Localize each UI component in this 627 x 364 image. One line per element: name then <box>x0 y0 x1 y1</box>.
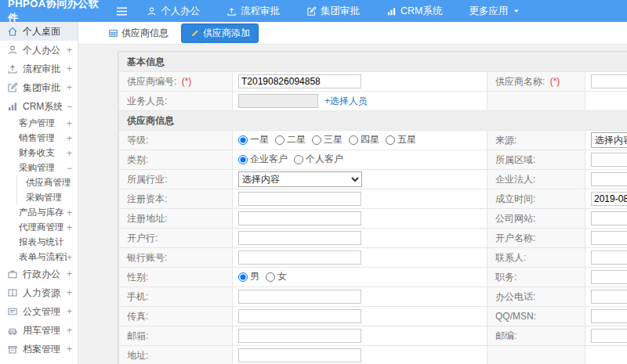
office-phone-cell <box>585 287 627 307</box>
level-radio-五星[interactable]: 五星 <box>386 133 416 146</box>
topbar-nav-item[interactable]: CRM系统 <box>373 0 455 22</box>
expand-toggle-icon[interactable]: + <box>67 287 72 298</box>
bank-input[interactable] <box>238 231 361 245</box>
topbar-nav-item[interactable]: 更多应用 <box>455 0 535 22</box>
category-radio-input[interactable] <box>294 155 303 164</box>
sidebar-item-人力资源[interactable]: 人力资源+ <box>0 283 78 302</box>
sidebar-item-表单与流程设置[interactable]: 表单与流程设置+ <box>0 250 78 265</box>
qq-msn-input[interactable] <box>591 309 627 323</box>
sidebar-item-采购管理[interactable]: 采购管理 <box>0 190 78 205</box>
topbar-nav-item[interactable]: 集团审批 <box>293 0 373 22</box>
contact-person-input[interactable] <box>591 250 627 265</box>
gender-radio-input[interactable] <box>266 272 275 282</box>
level-radio-input[interactable] <box>275 135 285 145</box>
bank-cell <box>233 229 487 248</box>
sidebar-item-报表与统计[interactable]: 报表与统计 <box>0 235 78 250</box>
legal-person-input[interactable] <box>591 172 627 186</box>
category-radio-input[interactable] <box>238 155 248 164</box>
region-input[interactable] <box>591 153 627 167</box>
form-row: 注册资本:成立时间: <box>119 189 627 209</box>
gender-radio-女[interactable]: 女 <box>266 270 287 283</box>
choose-person-link[interactable]: +选择人员 <box>324 96 368 106</box>
fax-input[interactable] <box>238 309 361 323</box>
account-name-input[interactable] <box>591 231 627 245</box>
sidebar-item-代理商管理[interactable]: 代理商管理+ <box>0 220 78 235</box>
expand-toggle-icon[interactable]: − <box>67 101 72 112</box>
sidebar-item-集团审批[interactable]: 集团审批+ <box>0 78 78 97</box>
expand-toggle-icon[interactable]: + <box>67 268 72 279</box>
sidebar-item-label: 产品与库存 <box>19 207 67 218</box>
expand-toggle-icon[interactable]: + <box>67 344 72 355</box>
radio-label: 三星 <box>324 133 342 146</box>
hamburger-icon[interactable] <box>110 6 133 16</box>
category-radio-个人客户[interactable]: 个人客户 <box>294 153 343 166</box>
email-input[interactable] <box>238 329 361 343</box>
registered-address-input[interactable] <box>238 211 361 225</box>
gender-radio-input[interactable] <box>238 272 248 282</box>
expand-toggle-icon[interactable]: − <box>67 163 72 174</box>
gender-radio-男[interactable]: 男 <box>238 270 259 283</box>
sidebar-item-销售管理[interactable]: 销售管理+ <box>0 131 78 146</box>
position-input[interactable] <box>591 270 627 284</box>
expand-toggle-icon[interactable]: + <box>67 45 72 56</box>
expand-toggle-icon[interactable]: + <box>67 82 72 93</box>
expand-toggle-icon[interactable]: + <box>67 148 72 159</box>
tab-供应商信息[interactable]: 供应商信息 <box>103 24 173 42</box>
tab-strip: 供应商信息供应商添加 <box>78 22 627 45</box>
sidebar-item-流程审批[interactable]: 流程审批+ <box>0 59 78 78</box>
expand-toggle-icon[interactable]: + <box>67 207 72 218</box>
supplier-name-input[interactable] <box>591 74 627 88</box>
expand-toggle-icon[interactable]: + <box>67 306 72 317</box>
expand-toggle-icon[interactable]: + <box>67 222 72 233</box>
category-radio-企业客户[interactable]: 企业客户 <box>238 153 288 166</box>
bank-account-input[interactable] <box>238 250 361 265</box>
sidebar-item-客户管理[interactable]: 客户管理+ <box>0 116 78 131</box>
mobile-input[interactable] <box>238 290 361 304</box>
sidebar-item-采购管理[interactable]: 采购管理− <box>0 160 78 175</box>
sidebar-item-公文管理[interactable]: 公文管理+ <box>0 302 78 321</box>
source-select[interactable]: 选择内容 <box>591 132 627 148</box>
business-staff-input[interactable] <box>238 94 318 108</box>
expand-toggle-icon[interactable]: + <box>67 325 72 336</box>
level-radio-input[interactable] <box>386 135 395 145</box>
sidebar-item-个人办公[interactable]: 个人办公+ <box>0 41 78 59</box>
address-input[interactable] <box>238 348 361 362</box>
level-radio-input[interactable] <box>312 135 321 145</box>
founded-date-input[interactable] <box>591 192 627 206</box>
level-radio-input[interactable] <box>349 135 358 145</box>
level-radio-一星[interactable]: 一星 <box>238 133 269 146</box>
office-phone-input[interactable] <box>591 290 627 304</box>
field-label: 开户行: <box>127 232 158 243</box>
sidebar-item-财务收支[interactable]: 财务收支+ <box>0 146 78 160</box>
form-row: 传真:QQ/MSN: <box>119 307 627 326</box>
registered-capital-input[interactable] <box>238 192 361 206</box>
expand-toggle-icon[interactable]: + <box>67 252 72 263</box>
topbar-nav-item[interactable]: 流程审批 <box>213 0 293 22</box>
level-radio-二星[interactable]: 二星 <box>275 133 306 146</box>
topbar-nav-item[interactable]: 个人办公 <box>133 0 213 22</box>
supplier-code-input[interactable] <box>238 74 361 88</box>
news-icon <box>7 306 18 317</box>
level-radio-四星[interactable]: 四星 <box>349 133 379 146</box>
field-label: 联系人: <box>495 252 526 263</box>
sidebar-item-供应商管理[interactable]: 供应商管理 <box>0 175 78 190</box>
form-row: 供应商编号: (*)供应商名称: (*) <box>119 72 627 92</box>
sidebar-item-行政办公[interactable]: 行政办公+ <box>0 265 78 283</box>
sidebar-item-用车管理[interactable]: 用车管理+ <box>0 321 78 340</box>
expand-toggle-icon[interactable]: + <box>67 118 72 129</box>
industry-select[interactable]: 选择内容 <box>238 171 362 187</box>
postcode-input[interactable] <box>591 329 627 343</box>
expand-toggle-icon[interactable]: + <box>67 63 72 74</box>
sidebar-item-CRM系统[interactable]: CRM系统− <box>0 97 78 116</box>
company-website-input[interactable] <box>591 211 627 225</box>
sidebar-item-档案管理[interactable]: 档案管理+ <box>0 340 78 359</box>
level-radio-input[interactable] <box>238 135 248 145</box>
source-label: 来源: <box>487 131 585 150</box>
sidebar-item-产品与库存[interactable]: 产品与库存+ <box>0 205 78 220</box>
tab-供应商添加[interactable]: 供应商添加 <box>181 23 259 43</box>
field-label: 银行账号: <box>127 252 167 263</box>
sidebar-item-个人桌面[interactable]: 个人桌面 <box>0 22 78 41</box>
expand-toggle-icon[interactable]: + <box>67 133 72 144</box>
level-radio-三星[interactable]: 三星 <box>312 133 342 146</box>
archive-icon <box>7 344 18 355</box>
